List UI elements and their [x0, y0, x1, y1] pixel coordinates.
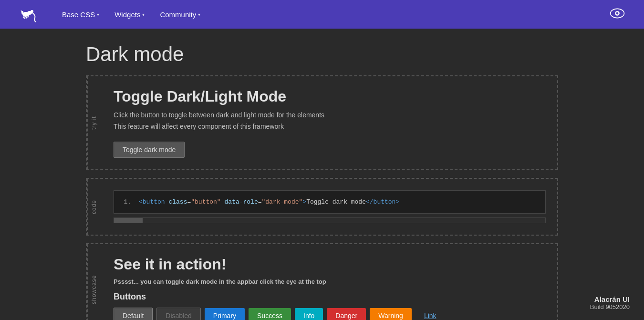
toggle-dark-mode-button[interactable]: Toggle dark mode [114, 142, 185, 158]
button-link[interactable]: Link [415, 308, 445, 320]
button-default[interactable]: Default [114, 308, 153, 320]
code-line-1: 1. <button class="button" data-role="dar… [122, 198, 538, 206]
buttons-row: Default Disabled Primary Success Info Da… [114, 308, 546, 320]
button-disabled: Disabled [156, 308, 200, 320]
svg-point-9 [21, 11, 23, 14]
svg-point-12 [616, 12, 619, 15]
code-scrollbar-track [114, 218, 143, 223]
button-info[interactable]: Info [295, 308, 323, 320]
navbar-nav: Base CSS ▾ Widgets ▾ Community ▾ [56, 6, 625, 23]
code-label: code [87, 179, 100, 235]
code-data-role-value: "dark-mode" [262, 198, 303, 206]
showcase-desc: Psssst... you can toggle dark mode in th… [114, 278, 546, 285]
line-number: 1. [122, 198, 131, 206]
try-it-section: try it Toggle Dark/Light Mode Click the … [86, 75, 558, 170]
button-danger[interactable]: Danger [327, 308, 366, 320]
code-data-role-attr: data-role [224, 198, 258, 206]
try-section-desc1: Click the button to toggle between dark … [114, 111, 546, 119]
code-section: code 1. <button class="button" data-role… [86, 178, 558, 236]
dark-mode-eye-button[interactable] [610, 6, 625, 23]
nav-base-css-chevron: ▾ [97, 12, 99, 17]
svg-point-2 [31, 10, 33, 13]
code-class-attr: class [168, 198, 187, 206]
main-content: Dark mode try it Toggle Dark/Light Mode … [0, 29, 644, 320]
showcase-label: showcase [87, 244, 100, 320]
try-section-desc2: This feature will affect every component… [114, 123, 546, 130]
footer-brand: Alacrán UI Build 9052020 [590, 295, 630, 310]
eye-icon [610, 14, 625, 22]
code-scrollbar[interactable] [114, 217, 546, 223]
nav-base-css[interactable]: Base CSS ▾ [56, 7, 105, 22]
code-snippet: <button class="button" data-role="dark-m… [139, 198, 399, 206]
nav-community[interactable]: Community ▾ [154, 7, 206, 22]
button-primary[interactable]: Primary [205, 308, 245, 320]
code-class-value: "button" [191, 198, 220, 206]
page-title: Dark mode [86, 43, 558, 66]
button-success[interactable]: Success [249, 308, 291, 320]
showcase-content: See it in action! Psssst... you can togg… [100, 244, 557, 320]
nav-widgets-label: Widgets [114, 10, 140, 19]
navbar-logo [19, 5, 42, 24]
nav-widgets-chevron: ▾ [142, 12, 145, 17]
buttons-label: Buttons [114, 292, 546, 302]
nav-community-chevron: ▾ [198, 12, 200, 17]
nav-base-css-label: Base CSS [62, 10, 95, 19]
try-section-title: Toggle Dark/Light Mode [114, 88, 546, 105]
try-it-label: try it [87, 76, 100, 169]
code-content: 1. <button class="button" data-role="dar… [100, 179, 557, 235]
code-block: 1. <button class="button" data-role="dar… [114, 190, 546, 214]
code-button-text: Toggle dark mode [306, 198, 366, 206]
build-number: Build 9052020 [590, 303, 630, 310]
showcase-title: See it in action! [114, 256, 546, 273]
showcase-section: showcase See it in action! Psssst... you… [86, 243, 558, 320]
brand-name: Alacrán UI [590, 295, 630, 303]
navbar: Base CSS ▾ Widgets ▾ Community ▾ [0, 0, 644, 29]
nav-widgets[interactable]: Widgets ▾ [109, 7, 150, 22]
code-open-tag: <button [139, 198, 165, 206]
try-it-content: Toggle Dark/Light Mode Click the button … [100, 76, 557, 169]
scorpion-logo-icon [19, 5, 38, 24]
button-warning[interactable]: Warning [370, 308, 412, 320]
nav-community-label: Community [160, 10, 196, 19]
